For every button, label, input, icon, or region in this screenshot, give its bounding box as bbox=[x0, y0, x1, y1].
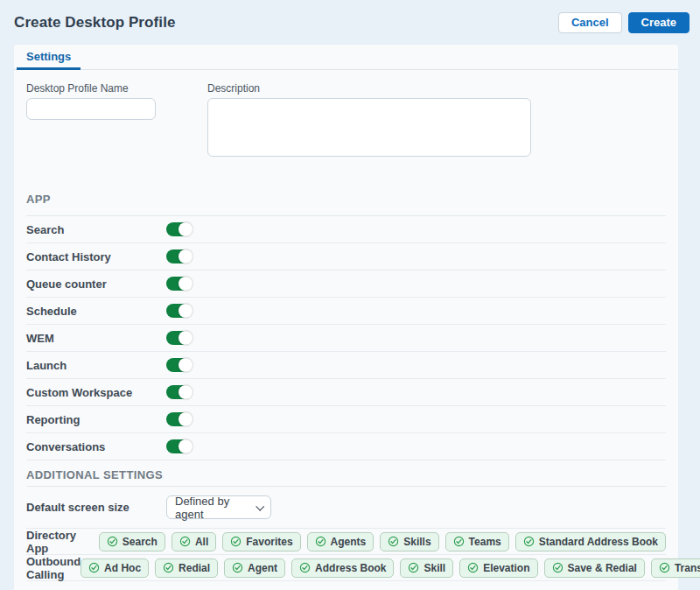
chip-row-outbound-calling: Outbound Calling Ad Hoc Redial Agent Add… bbox=[26, 555, 666, 581]
chip-teams[interactable]: Teams bbox=[445, 532, 509, 551]
description-field-group: Description bbox=[207, 82, 531, 160]
desktop-profile-name-input[interactable] bbox=[26, 98, 156, 120]
app-toggle-row: Launch bbox=[26, 352, 666, 379]
app-toggle-label: WEM bbox=[26, 332, 166, 345]
app-toggle-label: Queue counter bbox=[26, 277, 166, 291]
toggle-knob-icon bbox=[178, 249, 192, 263]
default-screen-size-value: Defined by agent bbox=[175, 495, 249, 521]
tab-settings-label: Settings bbox=[26, 50, 71, 63]
name-field-label: Desktop Profile Name bbox=[26, 82, 207, 95]
toggle-knob-icon bbox=[178, 331, 192, 345]
chip-rows-container: Directory App Search All Favorites Agent… bbox=[14, 529, 678, 581]
settings-panel: Settings Desktop Profile Name Descriptio… bbox=[14, 45, 678, 590]
profile-form-row: Desktop Profile Name Description bbox=[14, 70, 678, 160]
toggle-reporting[interactable] bbox=[166, 412, 192, 426]
check-circle-icon bbox=[163, 562, 174, 573]
check-circle-icon bbox=[552, 562, 564, 573]
chip-row-label: Outbound Calling bbox=[26, 555, 80, 581]
chip-agents[interactable]: Agents bbox=[307, 532, 374, 551]
check-circle-icon bbox=[232, 562, 243, 573]
toggle-launch[interactable] bbox=[166, 358, 192, 372]
app-toggle-row: Conversations bbox=[26, 433, 666, 460]
chip-save-redial[interactable]: Save & Redial bbox=[544, 558, 645, 578]
check-circle-icon bbox=[659, 562, 670, 573]
toggle-conversations[interactable] bbox=[166, 439, 192, 453]
toggle-schedule[interactable] bbox=[166, 304, 192, 318]
chip-transfer[interactable]: Transfer bbox=[651, 558, 700, 578]
toggle-knob-icon bbox=[178, 412, 192, 426]
toggle-custom-workspace[interactable] bbox=[166, 385, 192, 399]
app-toggle-label: Search bbox=[26, 223, 166, 236]
default-screen-size-select[interactable]: Defined by agent bbox=[166, 495, 271, 519]
check-circle-icon bbox=[179, 536, 191, 547]
chip-row-directory-app: Directory App Search All Favorites Agent… bbox=[26, 529, 666, 555]
chip-search[interactable]: Search bbox=[99, 532, 165, 551]
check-circle-icon bbox=[467, 562, 479, 573]
toggle-contact-history[interactable] bbox=[166, 249, 192, 263]
chip-redial[interactable]: Redial bbox=[155, 558, 218, 578]
chip-agent[interactable]: Agent bbox=[224, 558, 285, 578]
app-toggle-row: Custom Workspace bbox=[26, 379, 666, 406]
app-toggle-row: Search bbox=[26, 216, 666, 243]
chip-ad-hoc[interactable]: Ad Hoc bbox=[80, 558, 149, 578]
toggle-knob-icon bbox=[178, 439, 192, 453]
app-toggle-label: Launch bbox=[26, 359, 166, 372]
check-circle-icon bbox=[88, 562, 100, 573]
additional-settings-title: ADDITIONAL SETTINGS bbox=[26, 460, 666, 487]
chevron-down-icon bbox=[256, 502, 264, 511]
app-toggle-row: WEM bbox=[26, 325, 666, 352]
page-title: Create Desktop Profile bbox=[14, 14, 176, 32]
toggle-knob-icon bbox=[178, 304, 192, 318]
check-circle-icon bbox=[453, 536, 465, 547]
tab-settings[interactable]: Settings bbox=[17, 45, 80, 70]
description-textarea[interactable] bbox=[207, 98, 531, 157]
app-section-title: APP bbox=[26, 160, 666, 216]
app-toggle-rows: Search Contact History Queue counter Sch… bbox=[14, 216, 678, 460]
toggle-knob-icon bbox=[178, 277, 192, 291]
app-toggle-row: Contact History bbox=[26, 243, 666, 270]
chip-favorites[interactable]: Favorites bbox=[222, 532, 300, 551]
chip-skills[interactable]: Skills bbox=[380, 532, 438, 551]
chip-list: Search All Favorites Agents Skills bbox=[99, 532, 666, 551]
toggle-knob-icon bbox=[178, 222, 192, 236]
page-header: Create Desktop Profile Cancel Create bbox=[0, 0, 700, 45]
check-circle-icon bbox=[107, 536, 118, 547]
check-circle-icon bbox=[315, 536, 326, 547]
app-toggle-row: Reporting bbox=[26, 406, 666, 433]
create-button[interactable]: Create bbox=[628, 12, 690, 33]
chip-list: Ad Hoc Redial Agent Address Book Skill bbox=[80, 558, 700, 578]
toggle-search[interactable] bbox=[166, 222, 192, 236]
chip-standard-address-book[interactable]: Standard Address Book bbox=[515, 532, 666, 551]
toggle-queue-counter[interactable] bbox=[166, 277, 192, 291]
app-toggle-label: Conversations bbox=[26, 440, 166, 453]
check-circle-icon bbox=[523, 536, 535, 547]
name-field-group: Desktop Profile Name bbox=[26, 82, 207, 160]
default-screen-size-label: Default screen size bbox=[26, 501, 166, 514]
chip-elevation[interactable]: Elevation bbox=[459, 558, 537, 578]
app-toggle-label: Schedule bbox=[26, 305, 166, 318]
chip-all[interactable]: All bbox=[172, 532, 216, 551]
chip-skill[interactable]: Skill bbox=[400, 558, 453, 578]
check-circle-icon bbox=[408, 562, 419, 573]
app-toggle-label: Custom Workspace bbox=[26, 386, 166, 399]
chip-address-book[interactable]: Address Book bbox=[291, 558, 394, 578]
app-toggle-label: Reporting bbox=[26, 413, 166, 426]
toggle-knob-icon bbox=[178, 358, 192, 372]
toggle-wem[interactable] bbox=[166, 331, 192, 345]
cancel-button[interactable]: Cancel bbox=[558, 12, 622, 33]
check-circle-icon bbox=[388, 536, 399, 547]
app-toggle-row: Queue counter bbox=[26, 270, 666, 298]
header-actions: Cancel Create bbox=[558, 12, 690, 33]
chip-row-label: Directory App bbox=[26, 529, 99, 555]
check-circle-icon bbox=[299, 562, 311, 573]
description-field-label: Description bbox=[207, 82, 531, 95]
app-toggle-label: Contact History bbox=[26, 250, 166, 263]
app-toggle-row: Schedule bbox=[26, 298, 666, 325]
toggle-knob-icon bbox=[178, 385, 192, 399]
tab-bar: Settings bbox=[14, 45, 678, 70]
default-screen-size-row: Default screen size Defined by agent bbox=[26, 487, 666, 529]
check-circle-icon bbox=[230, 536, 242, 547]
